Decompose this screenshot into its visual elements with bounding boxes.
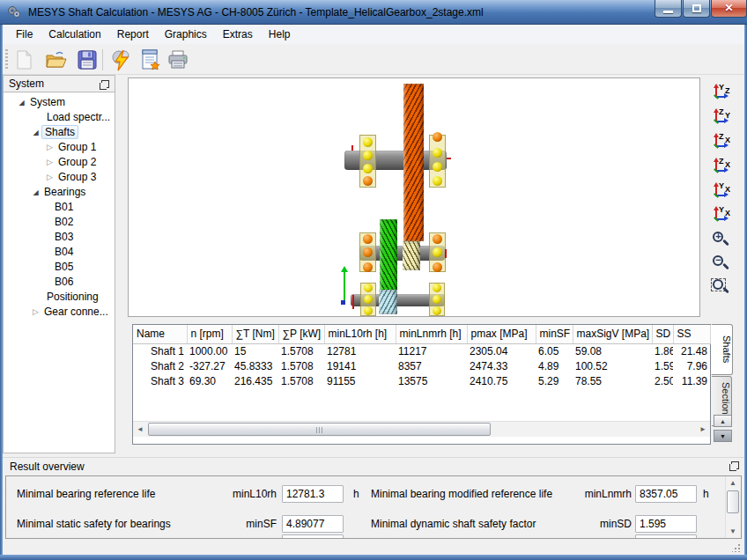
cell[interactable]: 2410.75	[467, 374, 536, 389]
cell[interactable]: 21.48	[673, 344, 710, 359]
col-minlnmrh[interactable]: minLnmrh [h]	[396, 325, 467, 344]
cell[interactable]: 4.89	[536, 359, 573, 374]
tree-item-b04[interactable]: B04	[4, 245, 115, 260]
cell[interactable]: 11217	[396, 344, 467, 359]
tree-item-system[interactable]: ◢System	[4, 95, 115, 110]
minimize-button[interactable]	[655, 0, 682, 18]
table-row-shaft2[interactable]: Shaft 2 -327.27 45.8333 1.5708 19141 835…	[133, 359, 710, 374]
tab-shafts[interactable]: Shafts	[711, 324, 733, 375]
tree-collapsed-icon[interactable]: ▷	[44, 155, 55, 170]
tree-item-group3[interactable]: ▷Group 3	[4, 170, 115, 185]
report-button[interactable]	[137, 48, 162, 72]
system-panel-header[interactable]: System	[3, 75, 115, 92]
maximize-button[interactable]	[683, 0, 710, 18]
cell[interactable]: 1000.00	[187, 344, 232, 359]
col-power[interactable]: ∑P [kW]	[278, 325, 324, 344]
toolbar-drag-handle[interactable]	[5, 49, 8, 70]
table-row-shaft3[interactable]: Shaft 3 69.30 216.435 1.5708 91155 13575…	[133, 374, 710, 389]
menu-calculation[interactable]: Calculation	[41, 26, 108, 42]
cell[interactable]: 6.05	[536, 344, 573, 359]
cell[interactable]: 91155	[324, 374, 396, 389]
print-button[interactable]	[166, 48, 190, 72]
zoom-fit-button[interactable]	[707, 277, 734, 300]
tree-item-bearings[interactable]: ◢Bearings	[4, 185, 115, 200]
cell[interactable]: 1.5708	[278, 374, 324, 389]
scroll-right-button[interactable]: ►	[696, 423, 710, 437]
scroll-left-button[interactable]: ◄	[133, 423, 147, 437]
view-yx-button[interactable]: YX	[707, 181, 734, 204]
result-value-field[interactable]: 7.96	[282, 534, 344, 539]
view-zy-button[interactable]: ZY	[707, 107, 734, 130]
cell[interactable]: 69.30	[187, 374, 232, 389]
open-button[interactable]	[43, 48, 68, 72]
result-value-field[interactable]: 4.89077	[282, 515, 344, 533]
tree-collapsed-icon[interactable]: ▷	[44, 140, 55, 155]
col-torque[interactable]: ∑T [Nm]	[232, 325, 278, 344]
result-value-field[interactable]: 12781.3	[282, 485, 344, 503]
tree-item-shafts[interactable]: ◢Shafts	[4, 125, 115, 140]
cell[interactable]: Shaft 1	[133, 344, 187, 359]
view-yz-button[interactable]: YZ	[707, 83, 734, 106]
cell[interactable]: 45.8333	[232, 359, 278, 374]
zoom-in-button[interactable]: +	[707, 230, 734, 253]
scroll-up-button[interactable]: ▲	[726, 476, 740, 490]
view-xz-button[interactable]: ZX	[707, 157, 734, 180]
result-vertical-scrollbar[interactable]: ▲ ▼	[725, 476, 740, 538]
cell[interactable]: 7.96	[673, 359, 710, 374]
tree-item-group1[interactable]: ▷Group 1	[4, 140, 115, 155]
scrollbar-thumb[interactable]	[727, 490, 739, 513]
menu-report[interactable]: Report	[109, 26, 157, 42]
cell[interactable]: 15	[232, 344, 278, 359]
tree-item-group2[interactable]: ▷Group 2	[4, 155, 115, 170]
cell[interactable]: 1.5708	[278, 359, 324, 374]
cell[interactable]: 1.86	[652, 344, 673, 359]
cell[interactable]: -327.27	[187, 359, 232, 374]
cell[interactable]: 12781	[324, 344, 396, 359]
cell[interactable]: 8357	[396, 359, 467, 374]
tree-item-b02[interactable]: B02	[4, 215, 115, 230]
float-panel-icon[interactable]	[101, 80, 109, 88]
table-horizontal-scrollbar[interactable]: ◄ ►	[133, 421, 710, 437]
col-minsf[interactable]: minSF	[536, 325, 573, 344]
tree-expanded-icon[interactable]: ◢	[16, 95, 27, 110]
tree-expanded-icon[interactable]: ◢	[30, 185, 41, 200]
scroll-down-button[interactable]: ▼	[726, 525, 740, 538]
tree-item-b05[interactable]: B05	[4, 260, 115, 275]
menu-graphics[interactable]: Graphics	[157, 26, 215, 42]
cell[interactable]: 13575	[396, 374, 467, 389]
col-name[interactable]: Name	[133, 325, 187, 344]
cell[interactable]: 78.55	[573, 374, 652, 389]
cell[interactable]: 1.59	[652, 359, 673, 374]
title-bar[interactable]: MESYS Shaft Calculation - MESYS AG - CH-…	[0, 0, 747, 25]
tree-item-load-spectrum[interactable]: Load spectr...	[4, 110, 115, 125]
menu-help[interactable]: Help	[261, 26, 299, 42]
view-xy-button[interactable]: YX	[707, 205, 734, 228]
scrollbar-thumb[interactable]	[148, 423, 491, 436]
close-button[interactable]: ✕	[711, 0, 747, 18]
col-sd[interactable]: SD	[652, 325, 673, 344]
tree-expanded-icon[interactable]: ◢	[30, 125, 41, 140]
cell[interactable]: 100.52	[573, 359, 652, 374]
tree-item-b03[interactable]: B03	[4, 230, 115, 245]
tree-item-b06[interactable]: B06	[4, 275, 115, 290]
tree-collapsed-icon[interactable]: ▷	[44, 170, 55, 185]
menu-extras[interactable]: Extras	[215, 26, 261, 42]
cell[interactable]: 5.29	[536, 374, 573, 389]
table-row-shaft1[interactable]: Shaft 1 1000.00 15 1.5708 12781 11217 23…	[133, 344, 710, 359]
tree-collapsed-icon[interactable]: ▷	[30, 305, 41, 320]
float-panel-icon[interactable]	[731, 461, 739, 469]
cell[interactable]: 2.50	[652, 374, 673, 389]
col-maxsigv[interactable]: maxSigV [MPa]	[573, 325, 652, 344]
col-ss[interactable]: SS	[673, 325, 710, 344]
result-overview-header[interactable]: Result overview	[3, 457, 744, 474]
tree-item-gear-connections[interactable]: ▷Gear conne...	[4, 305, 115, 320]
tab-scroll-up-button[interactable]: ▲	[714, 415, 732, 427]
result-value-field[interactable]: 8357.05	[635, 485, 697, 503]
menu-file[interactable]: File	[8, 26, 41, 42]
result-value-field[interactable]: 100.52	[635, 534, 697, 539]
col-n-rpm[interactable]: n [rpm]	[187, 325, 232, 344]
calculate-button[interactable]	[109, 48, 134, 72]
col-minl10rh[interactable]: minL10rh [h]	[324, 325, 396, 344]
gearbox-3d-view[interactable]	[128, 77, 700, 317]
view-zx-button[interactable]: ZX	[707, 132, 734, 155]
